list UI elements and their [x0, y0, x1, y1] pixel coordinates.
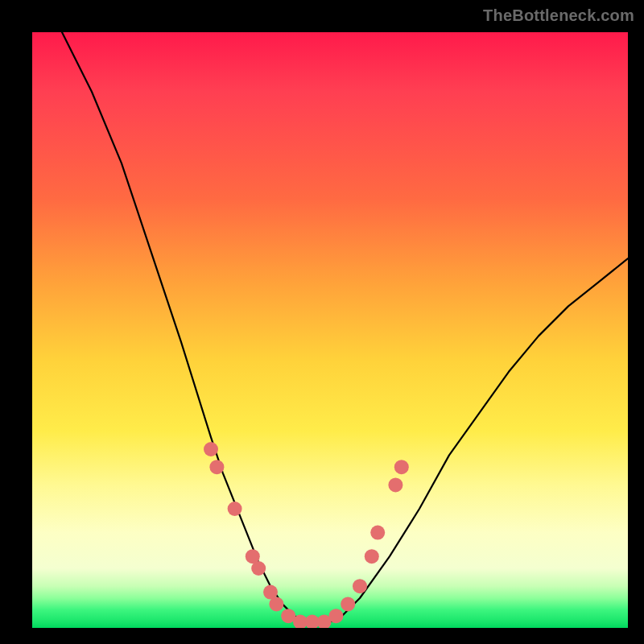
- bottleneck-curve: [62, 32, 628, 622]
- curve-marker: [204, 442, 218, 456]
- curve-marker: [269, 597, 283, 611]
- curve-marker: [370, 526, 385, 540]
- watermark-text: TheBottleneck.com: [483, 6, 634, 25]
- curve-marker: [328, 609, 343, 623]
- curve-marker: [341, 597, 355, 611]
- highlighted-points: [204, 442, 409, 628]
- plot-area: [32, 32, 628, 628]
- curve-marker: [209, 460, 224, 474]
- chart-frame: TheBottleneck.com: [0, 0, 644, 644]
- curve-marker: [353, 579, 367, 593]
- curve-marker: [365, 549, 379, 564]
- curve-marker: [394, 460, 409, 474]
- curve-marker: [251, 561, 266, 576]
- chart-svg: [32, 32, 628, 628]
- curve-marker: [228, 502, 242, 516]
- curve-marker: [388, 477, 402, 492]
